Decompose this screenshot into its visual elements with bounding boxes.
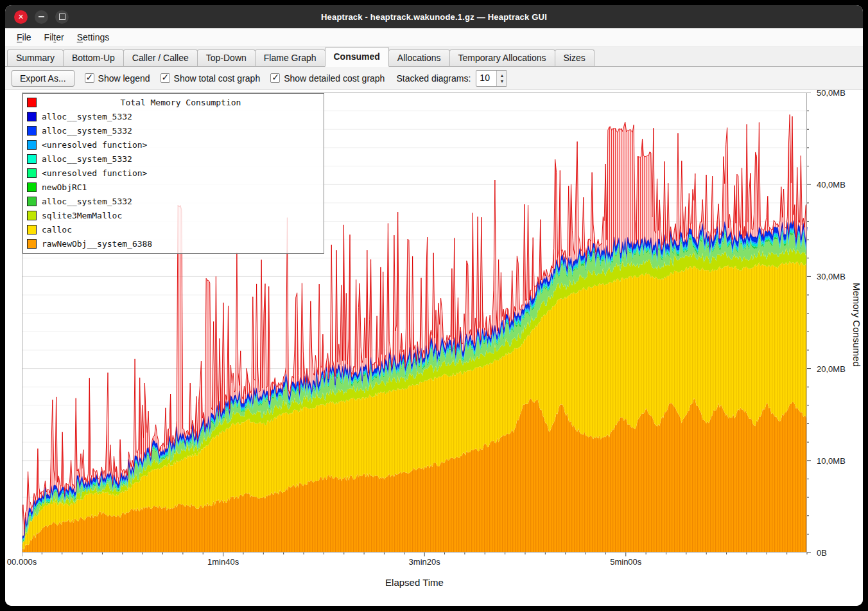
spinbox-up-arrow[interactable]: ▲ xyxy=(499,73,504,78)
legend-swatch xyxy=(27,182,37,192)
legend-entry-label: calloc xyxy=(42,225,72,235)
y-axis-labels: 0B10,0MB20,0MB30,0MB40,0MB50,0MB xyxy=(811,93,851,556)
checkbox-show-total-cost-graph[interactable]: Show total cost graph xyxy=(161,73,261,84)
checkbox-show-legend[interactable]: Show legend xyxy=(85,73,150,84)
x-axis-title: Elapsed Time xyxy=(22,577,807,588)
spinbox-value: 10 xyxy=(476,71,496,86)
y-tick-label: 40,0MB xyxy=(817,180,846,190)
tab-summary[interactable]: Summary xyxy=(7,49,64,66)
tab-top-down[interactable]: Top-Down xyxy=(197,49,256,66)
checkbox-show-detailed-cost-graph[interactable]: Show detailed cost graph xyxy=(270,73,385,84)
legend-title: Total Memory Consumption xyxy=(42,98,320,107)
export-as-button[interactable]: Export As... xyxy=(12,70,74,87)
x-tick-label: 3min20s xyxy=(409,557,440,567)
close-button[interactable]: × xyxy=(14,10,28,24)
spinbox-buttons: ▲ ▼ xyxy=(496,71,507,86)
checkbox-label: Show detailed cost graph xyxy=(284,73,385,84)
tab-bottom-up[interactable]: Bottom-Up xyxy=(63,49,124,66)
legend-entry-label: alloc__system_5332 xyxy=(42,126,132,136)
checkbox-label: Show legend xyxy=(98,73,150,84)
y-tick-label: 50,0MB xyxy=(817,88,846,98)
plot-area[interactable]: Total Memory Consumptionalloc__system_53… xyxy=(22,93,811,556)
menu-filter[interactable]: Filter xyxy=(38,30,71,45)
checkbox-box[interactable] xyxy=(270,73,280,83)
checkbox-box[interactable] xyxy=(85,73,94,83)
legend-entry-alloc-system-5332: alloc__system_5332 xyxy=(23,194,324,208)
x-axis-labels: 00.000s1min40s3min20s5min00s xyxy=(22,557,811,569)
chart-legend: Total Memory Consumptionalloc__system_53… xyxy=(22,93,324,254)
heaptrack-window: × Heaptrack - heaptrack.wakunode.1.gz — … xyxy=(5,5,863,606)
legend-entry-unresolved-function: <unresolved function> xyxy=(23,137,324,152)
stacked-diagrams-spinbox[interactable]: 10 ▲ ▼ xyxy=(476,70,507,87)
legend-entry-label: <unresolved function> xyxy=(42,140,147,150)
window-title: Heaptrack - heaptrack.wakunode.1.gz — He… xyxy=(5,12,863,22)
legend-title-row: Total Memory Consumption xyxy=(23,95,324,109)
tab-caller-callee[interactable]: Caller / Callee xyxy=(123,49,198,66)
y-axis-title: Memory Consumed xyxy=(850,93,863,556)
window-controls: × xyxy=(14,5,69,28)
legend-title-swatch xyxy=(27,98,37,107)
legend-swatch xyxy=(27,225,37,235)
menu-settings[interactable]: Settings xyxy=(71,30,116,45)
legend-entry-label: newObjRC1 xyxy=(42,182,87,192)
legend-entry-calloc: calloc xyxy=(23,222,324,236)
maximize-icon xyxy=(59,13,65,20)
menubar: FileFilterSettings xyxy=(5,28,863,47)
maximize-button[interactable] xyxy=(55,10,69,24)
legend-swatch xyxy=(27,126,37,136)
legend-entry-unresolved-function: <unresolved function> xyxy=(23,166,324,180)
legend-swatch xyxy=(27,211,37,220)
legend-entry-alloc-system-5332: alloc__system_5332 xyxy=(23,123,324,137)
y-tick-label: 10,0MB xyxy=(817,456,846,465)
legend-entry-sqlite3memmalloc: sqlite3MemMalloc xyxy=(23,208,324,222)
legend-swatch xyxy=(27,154,37,164)
titlebar[interactable]: × Heaptrack - heaptrack.wakunode.1.gz — … xyxy=(5,5,863,28)
chart-area: Total Memory Consumptionalloc__system_53… xyxy=(5,90,863,606)
legend-entry-label: alloc__system_5332 xyxy=(42,154,132,164)
checkbox-label: Show total cost graph xyxy=(174,73,261,84)
minimize-button[interactable] xyxy=(35,10,48,24)
legend-entry-rawnewobj-system-6388: rawNewObj__system_6388 xyxy=(23,236,324,251)
legend-entry-alloc-system-5332: alloc__system_5332 xyxy=(23,109,324,123)
tab-consumed[interactable]: Consumed xyxy=(325,47,389,67)
y-tick-label: 0B xyxy=(817,548,827,558)
toolbar-checkboxes: Show legendShow total cost graphShow det… xyxy=(85,73,385,84)
legend-swatch xyxy=(27,112,37,121)
x-tick-label: 5min00s xyxy=(610,557,641,567)
y-tick-label: 30,0MB xyxy=(817,272,846,281)
tab-sizes[interactable]: Sizes xyxy=(555,49,595,66)
legend-swatch xyxy=(27,140,37,150)
legend-entry-label: <unresolved function> xyxy=(42,168,147,178)
legend-entry-alloc-system-5332: alloc__system_5332 xyxy=(23,152,324,166)
checkbox-box[interactable] xyxy=(161,73,170,83)
legend-swatch xyxy=(27,168,37,178)
x-tick-label: 00.000s xyxy=(7,557,37,567)
y-tick-label: 20,0MB xyxy=(817,364,846,373)
legend-entry-label: alloc__system_5332 xyxy=(42,197,132,206)
legend-swatch xyxy=(27,239,37,249)
legend-entry-newobjrc1: newObjRC1 xyxy=(23,180,324,194)
close-icon: × xyxy=(18,12,23,21)
tab-flame-graph[interactable]: Flame Graph xyxy=(255,49,326,66)
legend-entry-label: rawNewObj__system_6388 xyxy=(42,239,152,249)
menu-file[interactable]: File xyxy=(10,30,38,45)
stacked-diagrams-label: Stacked diagrams: xyxy=(396,73,471,84)
minimize-icon xyxy=(39,16,44,17)
legend-swatch xyxy=(27,197,37,206)
tab-allocations[interactable]: Allocations xyxy=(388,49,450,66)
legend-entry-label: alloc__system_5332 xyxy=(42,112,132,121)
tab-temporary-allocations[interactable]: Temporary Allocations xyxy=(449,49,555,66)
legend-entry-label: sqlite3MemMalloc xyxy=(42,211,122,220)
spinbox-down-arrow[interactable]: ▼ xyxy=(499,78,504,84)
x-tick-label: 1min40s xyxy=(207,557,239,567)
toolbar: Export As... Show legendShow total cost … xyxy=(5,67,863,90)
tab-bar: SummaryBottom-UpCaller / CalleeTop-DownF… xyxy=(5,47,863,67)
